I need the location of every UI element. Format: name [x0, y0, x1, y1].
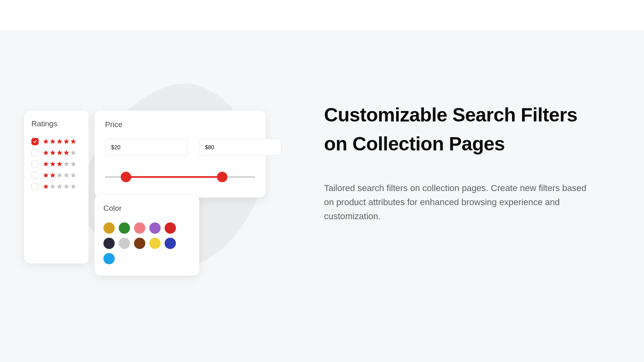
- star-icon: [56, 172, 63, 179]
- color-title: Color: [103, 204, 190, 213]
- color-swatch[interactable]: [165, 222, 176, 234]
- star-icon: [70, 150, 76, 156]
- rating-row[interactable]: [31, 138, 81, 145]
- star-icon: [56, 161, 63, 167]
- color-swatch[interactable]: [134, 222, 145, 234]
- star-icon: [70, 172, 76, 179]
- rating-row[interactable]: [31, 160, 81, 168]
- rating-row[interactable]: [31, 149, 81, 156]
- star-icon: [43, 138, 49, 145]
- star-icon: [50, 150, 56, 156]
- star-icon: [63, 172, 70, 179]
- description: Tailored search filters on collection pa…: [324, 181, 590, 224]
- color-swatch[interactable]: [149, 238, 161, 249]
- check-icon: [33, 139, 37, 144]
- color-swatch[interactable]: [103, 253, 115, 264]
- star-icon: [43, 172, 49, 179]
- star-icon: [43, 150, 49, 156]
- color-swatch[interactable]: [103, 222, 115, 234]
- color-swatch[interactable]: [103, 238, 115, 249]
- headline: Customizable Search Filters on Collectio…: [324, 101, 590, 158]
- star-icon: [63, 183, 70, 190]
- rating-row[interactable]: [31, 172, 81, 179]
- star-icon: [56, 138, 63, 145]
- color-swatch[interactable]: [165, 238, 176, 249]
- color-swatch[interactable]: [119, 222, 130, 234]
- rating-checkbox[interactable]: [31, 138, 39, 145]
- rating-stars: [43, 138, 76, 145]
- star-icon: [63, 138, 70, 145]
- star-icon: [43, 161, 49, 167]
- star-icon: [70, 161, 76, 167]
- star-icon: [50, 138, 56, 145]
- slider-handle-min[interactable]: [121, 172, 131, 182]
- color-swatch[interactable]: [134, 238, 145, 249]
- ratings-title: Ratings: [31, 119, 81, 128]
- slider-handle-max[interactable]: [217, 172, 227, 182]
- rating-stars: [43, 150, 76, 156]
- rating-checkbox[interactable]: [31, 183, 39, 190]
- slider-range: [126, 176, 222, 178]
- copy-block: Customizable Search Filters on Collectio…: [324, 101, 590, 224]
- rating-stars: [43, 172, 76, 179]
- star-icon: [50, 161, 56, 167]
- rating-checkbox[interactable]: [31, 172, 39, 179]
- rating-stars: [43, 183, 76, 190]
- price-slider[interactable]: [105, 172, 255, 182]
- star-icon: [63, 161, 70, 167]
- star-icon: [63, 150, 70, 156]
- rating-row[interactable]: [31, 183, 81, 190]
- star-icon: [70, 183, 76, 190]
- star-icon: [43, 183, 49, 190]
- price-card: Price: [95, 111, 266, 197]
- star-icon: [56, 183, 63, 190]
- star-icon: [50, 172, 56, 179]
- star-icon: [56, 150, 63, 156]
- star-icon: [50, 183, 56, 190]
- color-card: Color: [95, 195, 199, 276]
- ratings-card: Ratings: [24, 111, 89, 263]
- price-title: Price: [105, 120, 255, 129]
- color-swatch[interactable]: [119, 238, 130, 249]
- price-max-input[interactable]: [199, 139, 281, 156]
- rating-checkbox[interactable]: [31, 149, 39, 156]
- star-icon: [70, 138, 76, 145]
- price-min-input[interactable]: [105, 139, 188, 156]
- rating-stars: [43, 161, 76, 167]
- rating-checkbox[interactable]: [31, 160, 39, 168]
- color-swatch[interactable]: [149, 222, 161, 234]
